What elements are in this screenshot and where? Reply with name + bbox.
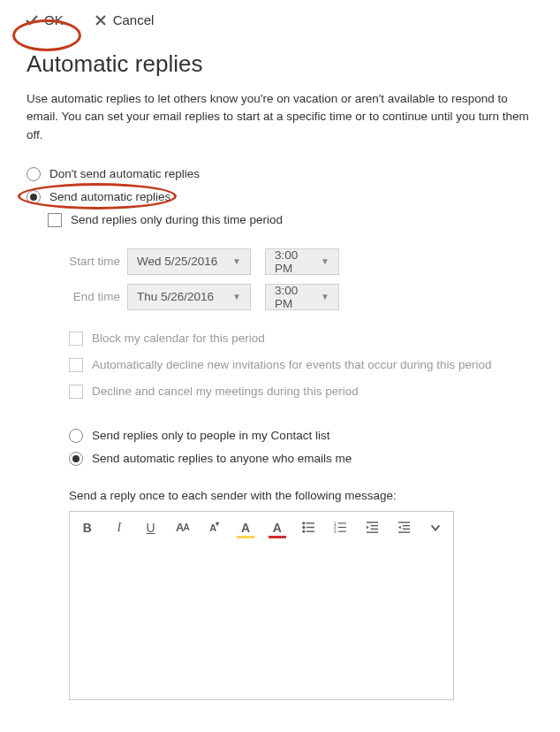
font-color-button[interactable]: A [269, 519, 286, 537]
radio-send[interactable] [26, 190, 41, 204]
ok-button[interactable]: OK [25, 12, 64, 27]
radio-anyone-label: Send automatic replies to anyone who ema… [92, 452, 352, 465]
indent-button[interactable] [395, 519, 412, 537]
radio-anyone[interactable] [69, 452, 83, 466]
checkbox-time-period[interactable] [48, 213, 62, 227]
end-time-dropdown[interactable]: 3:00 PM ▼ [265, 284, 339, 310]
svg-point-0 [303, 522, 305, 524]
cancel-label: Cancel [113, 12, 155, 27]
radio-contacts-only[interactable] [69, 429, 83, 443]
reply-message-label: Send a reply once to each sender with th… [69, 489, 534, 502]
start-time-label: Start time [69, 255, 120, 268]
page-title: Automatic replies [26, 50, 534, 78]
chevron-down-icon: ▼ [321, 292, 329, 301]
page-description: Use automatic replies to let others know… [26, 90, 534, 144]
start-date-dropdown[interactable]: Wed 5/25/2016 ▼ [127, 248, 251, 275]
chevron-down-icon: ▼ [232, 256, 241, 266]
start-time-dropdown[interactable]: 3:00 PM ▼ [265, 248, 339, 275]
radio-dont-send-label: Don't send automatic replies [49, 167, 200, 180]
checkbox-block-calendar[interactable] [69, 332, 83, 346]
radio-dont-send[interactable] [26, 167, 41, 181]
checkbox-decline-cancel-label: Decline and cancel my meetings during th… [92, 385, 359, 398]
checkbox-decline-cancel[interactable] [69, 385, 83, 399]
end-date-value: Thu 5/26/2016 [137, 290, 214, 303]
chevron-down-icon: ▼ [321, 256, 329, 266]
editor-toolbar: B I U AA A▾ A A 123 [70, 512, 453, 544]
checkbox-time-period-label: Send replies only during this time perio… [71, 213, 283, 226]
start-time-value: 3:00 PM [275, 248, 312, 275]
end-time-label: End time [69, 290, 120, 303]
font-size-decrease-button[interactable]: A▾ [205, 519, 223, 537]
radio-send-label: Send automatic replies [49, 190, 170, 203]
outdent-button[interactable] [363, 519, 381, 537]
font-size-increase-button[interactable]: AA [173, 519, 191, 537]
start-date-value: Wed 5/25/2016 [137, 255, 217, 268]
check-icon [25, 13, 39, 27]
svg-text:3: 3 [334, 530, 337, 534]
cancel-button[interactable]: Cancel [94, 12, 155, 27]
x-icon [94, 13, 108, 27]
ok-label: OK [44, 12, 64, 27]
italic-button[interactable]: I [110, 519, 128, 537]
chevron-down-icon: ▼ [232, 292, 241, 301]
svg-point-2 [303, 527, 305, 529]
numbered-list-button[interactable]: 123 [332, 519, 350, 537]
chevron-down-icon [429, 522, 442, 534]
checkbox-block-calendar-label: Block my calendar for this period [92, 332, 265, 345]
message-editor: B I U AA A▾ A A 123 [69, 511, 454, 700]
end-date-dropdown[interactable]: Thu 5/26/2016 ▼ [127, 284, 251, 310]
more-formatting-button[interactable] [427, 519, 444, 537]
checkbox-auto-decline-label: Automatically decline new invitations fo… [92, 358, 492, 371]
bold-button[interactable]: B [79, 519, 96, 537]
bullet-list-button[interactable] [300, 519, 318, 537]
checkbox-auto-decline[interactable] [69, 358, 83, 372]
svg-point-4 [303, 531, 305, 533]
highlight-color-button[interactable]: A [237, 519, 254, 537]
radio-contacts-only-label: Send replies only to people in my Contac… [92, 429, 329, 442]
message-textarea[interactable] [70, 544, 453, 699]
end-time-value: 3:00 PM [275, 284, 312, 310]
underline-button[interactable]: U [142, 519, 160, 537]
